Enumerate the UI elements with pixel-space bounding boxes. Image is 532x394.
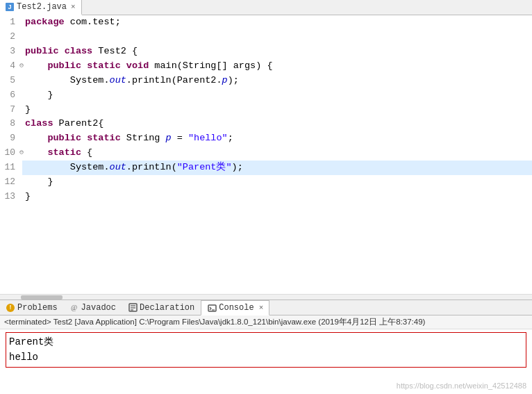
line-number: 1 <box>0 15 22 30</box>
token <box>25 133 47 143</box>
bottom-tab-bar: ! Problems @ Javadoc Declaration Console… <box>0 300 532 315</box>
console-status: <terminated> Test2 [Java Application] C:… <box>0 315 532 329</box>
token: public <box>47 60 81 71</box>
table-row: 5 System.out.println(Parent2.p); <box>0 74 532 88</box>
token: "Parent类" <box>177 162 232 172</box>
tab-javadoc-label: Javadoc <box>81 303 116 313</box>
line-content: System.out.println(Parent2.p); <box>22 74 532 88</box>
token: } <box>25 104 31 115</box>
token: ); <box>228 75 239 85</box>
editor-tab-bar: J Test2.java × <box>0 0 532 15</box>
tab-console[interactable]: Console × <box>201 300 269 315</box>
table-row: 12 } <box>0 175 532 190</box>
token <box>121 60 126 71</box>
line-content: class Parent2{ <box>22 117 532 131</box>
code-area[interactable]: 1package com.test;2 3public class Test2 … <box>0 15 532 294</box>
console-line-2: hello <box>9 350 523 365</box>
token: System. <box>25 162 110 172</box>
table-row: 2 <box>0 30 532 44</box>
token <box>25 147 47 158</box>
line-number: 7 <box>0 103 22 117</box>
line-number: 3 <box>0 44 22 59</box>
tab-declaration[interactable]: Declaration <box>122 300 201 315</box>
line-number: 11 <box>0 161 22 175</box>
editor-tab-label: Test2.java <box>17 2 67 12</box>
line-content: } <box>22 175 532 190</box>
line-content: public class Test2 { <box>22 44 532 59</box>
token: p <box>222 75 228 85</box>
line-content: static { <box>22 146 532 161</box>
editor-tab-test2[interactable]: J Test2.java × <box>0 0 82 15</box>
token <box>81 133 87 143</box>
token: package <box>25 17 65 27</box>
token: } <box>25 90 53 100</box>
token: p <box>166 133 172 143</box>
line-number: 8 <box>0 117 22 131</box>
line-content: public static void main(String[] args) { <box>22 59 532 74</box>
line-number: 12 <box>0 175 22 190</box>
horizontal-scrollbar[interactable] <box>0 294 532 299</box>
table-row: 13} <box>0 190 532 204</box>
token: ; <box>228 133 233 143</box>
java-file-icon: J <box>6 3 14 11</box>
table-row: 3public class Test2 { <box>0 44 532 59</box>
table-row: 7} <box>0 103 532 117</box>
console-icon <box>207 303 217 313</box>
token: } <box>25 191 31 202</box>
console-output-box: Parent类 hello <box>6 332 526 368</box>
token: ); <box>232 162 243 172</box>
line-content: public static String p = "hello"; <box>22 131 532 146</box>
line-number: 5 <box>0 74 22 88</box>
watermark: https://blog.csdn.net/weixin_42512488 <box>397 381 526 390</box>
token: { <box>81 147 92 158</box>
line-content: package com.test; <box>22 15 532 30</box>
token: class <box>25 118 53 129</box>
svg-rect-4 <box>208 305 216 311</box>
token: static <box>87 133 121 143</box>
token: main(String[] args) { <box>149 60 272 71</box>
line-number: 4 <box>0 59 22 74</box>
token: = <box>172 133 188 143</box>
token: public <box>47 133 81 143</box>
editor-tab-close[interactable]: × <box>71 3 76 11</box>
token: out <box>110 75 126 85</box>
line-content <box>22 30 532 44</box>
token: "hello" <box>188 133 228 143</box>
tab-problems[interactable]: ! Problems <box>0 300 64 315</box>
scrollbar-thumb[interactable] <box>21 295 63 299</box>
token <box>81 60 87 71</box>
tab-javadoc[interactable]: @ Javadoc <box>64 300 122 315</box>
tab-console-label: Console <box>219 303 253 313</box>
console-line-1: Parent类 <box>9 334 523 350</box>
console-output: Parent类 hello https://blog.csdn.net/weix… <box>0 329 532 394</box>
table-row: 10 static { <box>0 146 532 161</box>
token: com.test; <box>65 17 121 27</box>
token: String <box>121 133 166 143</box>
table-row: 6 } <box>0 88 532 103</box>
token: static <box>87 60 121 71</box>
table-row: 8class Parent2{ <box>0 117 532 131</box>
token: public <box>25 46 59 56</box>
tab-problems-label: Problems <box>17 303 58 313</box>
table-row: 11 System.out.println("Parent类"); <box>0 161 532 175</box>
token: void <box>126 60 149 71</box>
tab-console-close[interactable]: × <box>259 304 264 312</box>
table-row: 9 public static String p = "hello"; <box>0 131 532 146</box>
line-number: 9 <box>0 131 22 146</box>
line-content: } <box>22 88 532 103</box>
line-content: } <box>22 103 532 117</box>
tab-declaration-label: Declaration <box>140 303 194 313</box>
bottom-panel: ! Problems @ Javadoc Declaration Console… <box>0 300 532 394</box>
token: class <box>65 46 93 56</box>
line-number: 6 <box>0 88 22 103</box>
javadoc-icon: @ <box>69 303 79 313</box>
table-row: 4 public static void main(String[] args)… <box>0 59 532 74</box>
line-content: System.out.println("Parent类"); <box>22 161 532 175</box>
token <box>59 46 65 56</box>
token: Test2 { <box>92 46 138 56</box>
token: .println(Parent2. <box>126 75 222 85</box>
editor-container: J Test2.java × 1package com.test;2 3publ… <box>0 0 532 300</box>
token: out <box>110 162 126 172</box>
declaration-icon <box>128 303 138 313</box>
token: } <box>25 177 53 187</box>
